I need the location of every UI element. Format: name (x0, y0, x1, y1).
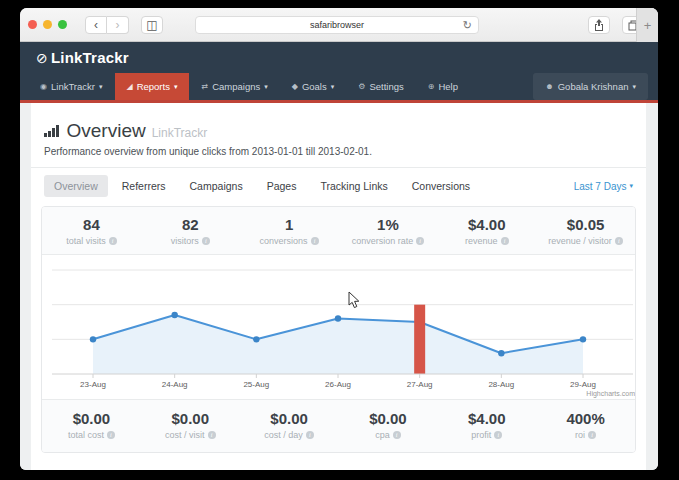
stat-visitors: 82 visitorsi (141, 216, 240, 246)
x-axis-label: 23-Aug (80, 380, 106, 389)
tag-icon: ◉ (40, 82, 47, 91)
shuffle-icon: ⇄ (201, 82, 208, 91)
overview-chart[interactable]: 23-Aug24-Aug25-Aug26-Aug27-Aug28-Aug29-A… (42, 255, 636, 399)
info-icon[interactable]: i (306, 431, 314, 439)
nav-item-reports[interactable]: ◢ Reports ▾ (115, 73, 190, 100)
stats-row-bottom: $0.00 total costi $0.00 cost / visiti $0… (42, 399, 635, 452)
forward-button[interactable]: › (107, 16, 129, 34)
info-icon[interactable]: i (311, 237, 319, 245)
plus-icon: + (644, 18, 652, 33)
info-icon[interactable]: i (202, 237, 210, 245)
user-name: Gobala Krishnan (558, 81, 629, 92)
caret-down-icon: ▾ (632, 83, 636, 91)
info-icon[interactable]: i (393, 431, 401, 439)
caret-down-icon: ▾ (331, 83, 335, 91)
x-axis-label: 25-Aug (243, 380, 269, 389)
info-icon[interactable]: i (416, 237, 424, 245)
page-title: Overview (67, 120, 146, 142)
nav-label: LinkTrackr (51, 81, 95, 92)
share-button[interactable] (588, 16, 610, 34)
zoom-window-button[interactable] (58, 20, 67, 29)
browser-window: ‹ › ◫ safaribrowser ↻ + (20, 8, 658, 470)
chart-icon: ◢ (127, 82, 133, 91)
info-icon[interactable]: i (501, 237, 509, 245)
page-subtitle: Performance overview from unique clicks … (44, 146, 633, 157)
stat-label: revenue / visitor (548, 236, 612, 246)
stat-value: $0.00 (339, 410, 438, 427)
content-card: Overview LinkTrackr Performance overview… (31, 103, 646, 470)
report-tabs: Overview Referrers Campaigns Pages Track… (31, 168, 646, 204)
stat-value: $4.00 (437, 216, 536, 233)
stat-label: total cost (68, 430, 104, 440)
new-tab-button[interactable]: + (636, 8, 658, 42)
logo-icon: ⊘ (36, 50, 48, 66)
user-menu[interactable]: ☻ Gobala Krishnan ▾ (533, 73, 648, 100)
stat-label: conversions (260, 236, 308, 246)
x-axis-label: 27-Aug (407, 380, 433, 389)
app-header: ⊘ LinkTrackr (20, 42, 658, 73)
overview-chart-area[interactable]: 23-Aug24-Aug25-Aug26-Aug27-Aug28-Aug29-A… (42, 255, 635, 399)
diamond-icon: ◆ (292, 82, 298, 91)
caret-down-icon: ▾ (99, 83, 103, 91)
date-range-label: Last 7 Days (574, 181, 627, 192)
main-nav: ◉ LinkTrackr ▾ ◢ Reports ▾ ⇄ Campaigns ▾… (20, 73, 658, 100)
stat-value: 1 (240, 216, 339, 233)
tab-referrers[interactable]: Referrers (112, 175, 176, 197)
sidebar-icon: ◫ (146, 18, 157, 32)
stat-label: conversion rate (352, 236, 414, 246)
info-icon[interactable]: i (107, 431, 115, 439)
nav-label: Campaigns (212, 81, 260, 92)
nav-item-linktrackr[interactable]: ◉ LinkTrackr ▾ (28, 73, 115, 100)
user-icon: ☻ (545, 82, 553, 91)
stat-cost-day: $0.00 cost / dayi (240, 410, 339, 440)
overview-panel: 84 total visitsi 82 visitorsi 1 conversi… (41, 206, 636, 453)
tab-tracking-links[interactable]: Tracking Links (310, 175, 397, 197)
stat-label: total visits (66, 236, 106, 246)
stat-label: cost / visit (165, 430, 205, 440)
info-icon[interactable]: i (588, 431, 596, 439)
sidebar-toggle-button[interactable]: ◫ (141, 16, 163, 34)
info-icon[interactable]: i (615, 237, 623, 245)
tab-conversions[interactable]: Conversions (402, 175, 480, 197)
caret-down-icon: ▾ (264, 83, 268, 91)
refresh-icon[interactable]: ↻ (463, 19, 472, 32)
x-axis-label: 26-Aug (325, 380, 351, 389)
forward-icon: › (116, 18, 120, 32)
nav-item-campaigns[interactable]: ⇄ Campaigns ▾ (189, 73, 279, 100)
stat-value: $0.00 (42, 410, 141, 427)
stat-conversions: 1 conversionsi (240, 216, 339, 246)
chart-bars-icon (44, 125, 59, 137)
nav-label: Goals (302, 81, 327, 92)
info-icon[interactable]: i (208, 431, 216, 439)
stat-total-cost: $0.00 total costi (42, 410, 141, 440)
back-button[interactable]: ‹ (85, 16, 107, 34)
info-icon[interactable]: i (494, 431, 502, 439)
page-content: Overview LinkTrackr Performance overview… (20, 103, 658, 470)
tab-pages[interactable]: Pages (257, 175, 307, 197)
address-bar[interactable]: safaribrowser ↻ (195, 16, 479, 34)
nav-item-goals[interactable]: ◆ Goals ▾ (280, 73, 347, 100)
share-icon (594, 19, 604, 31)
minimize-window-button[interactable] (43, 20, 52, 29)
close-window-button[interactable] (28, 20, 37, 29)
logo-text: LinkTrackr (51, 49, 129, 66)
back-icon: ‹ (94, 18, 98, 32)
app-logo[interactable]: ⊘ LinkTrackr (36, 49, 129, 66)
tab-overview[interactable]: Overview (44, 175, 108, 197)
caret-down-icon: ▾ (174, 83, 178, 91)
date-range-selector[interactable]: Last 7 Days ▾ (574, 181, 633, 192)
nav-item-settings[interactable]: ⚙ Settings (346, 73, 416, 100)
nav-label: Reports (137, 81, 170, 92)
info-icon[interactable]: i (109, 237, 117, 245)
tab-campaigns[interactable]: Campaigns (180, 175, 253, 197)
nav-item-help[interactable]: ⊕ Help (416, 73, 470, 100)
x-axis-label: 28-Aug (488, 380, 514, 389)
stat-label: roi (575, 430, 585, 440)
stats-row-top: 84 total visitsi 82 visitorsi 1 conversi… (42, 207, 635, 255)
mouse-cursor (348, 291, 361, 310)
highcharts-credit: Highcharts.com (586, 390, 635, 398)
gear-icon: ⚙ (358, 82, 365, 91)
stat-label: cpa (375, 430, 390, 440)
stat-value: $0.00 (240, 410, 339, 427)
stat-total-visits: 84 total visitsi (42, 216, 141, 246)
